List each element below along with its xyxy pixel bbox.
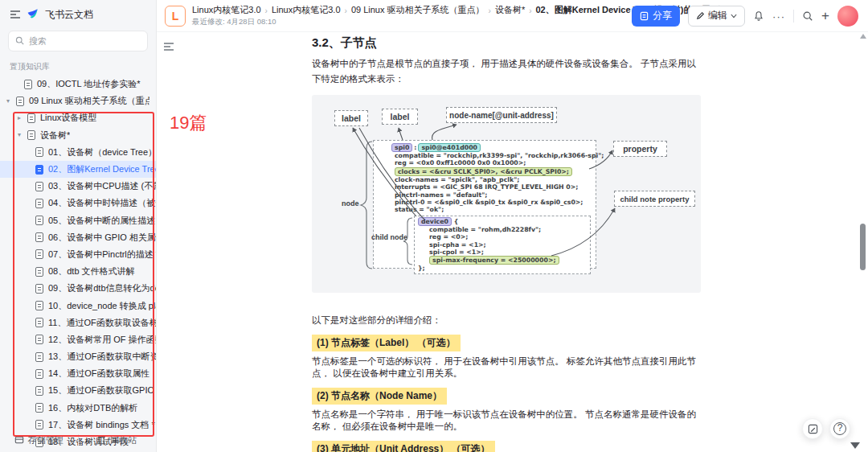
section-2: (2) 节点名称（Node Name） 节点名称是一个字符串， 用于唯一标识该节…	[312, 380, 701, 434]
code-line: spi-cpha = <1>;	[415, 241, 588, 249]
search-doc-icon[interactable]	[802, 10, 813, 22]
chevron-down-icon[interactable]	[6, 98, 16, 105]
sidebar-item-label: 06、设备树中 GPIO 相关属性 (...	[48, 232, 156, 244]
search-input[interactable]: 搜索	[8, 31, 148, 51]
sidebar-item[interactable]: 16、内核对DTB的解析	[0, 400, 156, 417]
code-line: spi-cpol = <1>;	[415, 249, 588, 256]
sidebar-item-label: 13、通过OF函数获取中断资源	[48, 351, 156, 363]
spi-max-frequency-chip: spi-max-frequency = <25000000>;	[429, 256, 559, 265]
sidebar-item[interactable]: 15、通过OF函数获取GPIO	[0, 382, 156, 399]
section-1: (1) 节点标签（Label） （可选） 节点标签是一个可选的标识符， 用于在设…	[312, 327, 701, 380]
scroll-down-arrow[interactable]	[850, 442, 860, 449]
sidebar-item[interactable]: Linux设备模型	[0, 109, 156, 126]
breadcrumb-item[interactable]: Linux内核笔记3.0	[272, 4, 341, 16]
trash-icon	[97, 435, 106, 445]
sidebar-item[interactable]: 14、通过OF函数获取属性	[0, 365, 156, 382]
doc-icon	[16, 97, 24, 106]
share-doc-icon	[640, 11, 649, 21]
doc-content: 19篇 3.2、子节点 设备树中的子节点是根节点的直接子项， 用于描述具体的硬件…	[157, 32, 868, 452]
doc-icon	[35, 301, 43, 310]
storage-management-button[interactable]: 存储管理	[0, 434, 78, 446]
breadcrumb-item[interactable]: Linux内核笔记3.0	[192, 4, 261, 16]
chevron-right-icon[interactable]	[18, 115, 27, 121]
device0-label-chip: device0	[418, 217, 452, 226]
trash-label: 回收站	[110, 434, 137, 446]
doc-icon	[35, 249, 43, 259]
sidebar-item-label: 07、设备树中Pinctrl的描述 *	[48, 249, 156, 261]
callout-node-name: node-name[@unit-address]	[446, 107, 557, 123]
doc-icon	[35, 199, 43, 208]
sidebar-item[interactable]: 07、设备树中Pinctrl的描述 *	[0, 246, 156, 263]
devicetree-code-block: spi0:spi0@e401d000 compatible = "rockchi…	[373, 140, 596, 269]
sidebar-item[interactable]: 11、通过OF函数获取设备树节点...	[0, 314, 156, 331]
breadcrumb-separator	[345, 6, 347, 15]
breadcrumb-item[interactable]: 设备树*	[495, 4, 525, 16]
callout-property: property	[613, 141, 667, 157]
sidebar-item[interactable]: 12、设备树常用 OF 操作函数 *	[0, 331, 156, 348]
child-node-block: device0 { compatible = "rohm,dh2228fv"; …	[414, 216, 591, 274]
node-label: node	[342, 199, 359, 208]
app-title: 飞书云文档	[45, 8, 93, 22]
scroll-up-arrow[interactable]	[860, 34, 866, 39]
sidebar-item[interactable]: 01、设备树（device Tree）的由来	[0, 144, 156, 161]
sidebar-item-label: 11、通过OF函数获取设备树节点...	[48, 317, 156, 329]
share-button[interactable]: 分享	[632, 6, 680, 27]
code-line: compatible = "rohm,dh2228fv";	[415, 226, 588, 233]
help-button[interactable]	[829, 418, 850, 439]
trash-button[interactable]: 回收站	[79, 434, 157, 446]
outline-toggle-icon[interactable]	[163, 40, 174, 55]
pinned-section-label: 置顶知识库	[10, 61, 146, 72]
sidebar-item[interactable]: 09、IOCTL 地址传参实验*	[0, 76, 156, 92]
last-modified: 最近修改: 4月28日 08:10	[192, 17, 632, 27]
code-line: reg = <0x0 0xff1c0000 0x0 0x1000>;	[374, 159, 596, 166]
feishu-logo-icon[interactable]	[27, 7, 39, 23]
collapse-sidebar-icon[interactable]	[10, 10, 21, 19]
user-avatar[interactable]	[837, 6, 858, 27]
more-options-icon[interactable]	[772, 9, 785, 23]
sidebar-item[interactable]: 08、dtb 文件格式讲解	[0, 263, 156, 280]
sidebar-item-selected[interactable]: 02、图解Kernel Device Tree(设...	[0, 161, 156, 178]
sidebar-item-label: 03、设备树中CPU描述 (不需要改)	[48, 180, 156, 192]
breadcrumb-item[interactable]: 09 Linux 驱动相关子系统（重点）	[351, 4, 485, 16]
notes-panel-button[interactable]	[802, 418, 823, 439]
create-new-icon[interactable]	[821, 9, 829, 23]
code-line: };	[415, 265, 588, 272]
sidebar-item[interactable]: 09、设备树dtb信息转化为device...	[0, 280, 156, 297]
storage-label: 存储管理	[28, 434, 63, 446]
sidebar-item[interactable]: 09 Linux 驱动相关子系统（重点）	[0, 92, 156, 109]
spi0-label-chip: spi0	[391, 143, 412, 152]
sidebar-item-label: 10、device_node 转换成 platfor...	[48, 300, 156, 312]
section-title-highlight: (1) 节点标签（Label） （可选）	[312, 335, 461, 351]
sidebar-item-label: 09 Linux 驱动相关子系统（重点）	[29, 95, 149, 107]
section-3: (3) 单元地址（Unit Address） （可选） 单元地址用于标识设备的实…	[312, 434, 701, 452]
search-icon	[15, 34, 24, 48]
sidebar-item[interactable]: 10、device_node 转换成 platfor...	[0, 297, 156, 314]
notifications-bell-icon[interactable]	[753, 10, 764, 22]
code-line: status = "ok";	[374, 206, 596, 213]
sidebar-item[interactable]: 03、设备树中CPU描述 (不需要改)	[0, 178, 156, 195]
doc-icon	[35, 403, 43, 413]
article: 3.2、子节点 设备树中的子节点是根节点的直接子项， 用于描述具体的硬件设备或设…	[312, 35, 701, 452]
chevron-down-icon[interactable]	[18, 132, 27, 138]
sidebar-item-label: Linux设备模型	[40, 112, 96, 124]
section-title-highlight: (3) 单元地址（Unit Address） （可选）	[312, 441, 495, 452]
doc-tree: 09、IOCTL 地址传参实验* 09 Linux 驱动相关子系统（重点） Li…	[0, 76, 156, 450]
sidebar-item[interactable]: 05、设备树中断的属性描述 （最...	[0, 212, 156, 229]
doc-icon	[35, 284, 43, 294]
code-line: reg = <0>;	[415, 233, 588, 240]
breadcrumb-separator	[489, 6, 491, 15]
sidebar-item-label: 04、设备树中时钟描述（被使用）	[48, 197, 156, 209]
chevron-down-icon	[731, 14, 737, 18]
sidebar-item[interactable]: 06、设备树中 GPIO 相关属性 (...	[0, 229, 156, 246]
search-placeholder: 搜索	[29, 35, 47, 47]
sidebar-item[interactable]: 设备树*	[0, 127, 156, 144]
scrollbar-thumb[interactable]	[860, 224, 866, 270]
edit-mode-button[interactable]: 编辑	[688, 6, 745, 27]
doc-avatar[interactable]: L	[165, 6, 186, 27]
sidebar-item[interactable]: 13、通过OF函数获取中断资源	[0, 348, 156, 365]
sidebar-item[interactable]: 04、设备树中时钟描述（被使用）	[0, 195, 156, 212]
doc-icon	[35, 147, 43, 157]
code-line: pinctrl-names = "default";	[374, 191, 596, 199]
doc-icon	[35, 386, 43, 396]
sidebar-item-label: 01、设备树（device Tree）的由来	[48, 146, 156, 158]
